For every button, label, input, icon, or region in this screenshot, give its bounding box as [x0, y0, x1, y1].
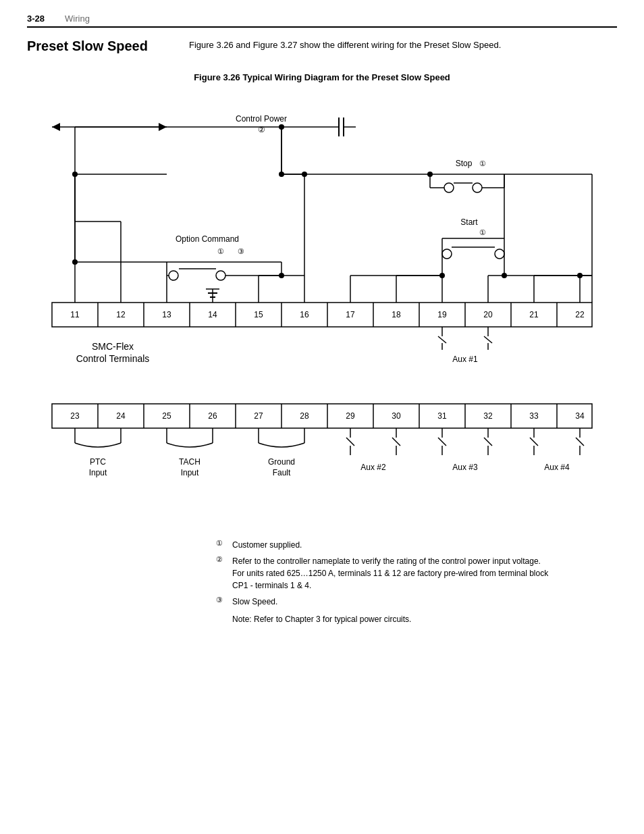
svg-text:19: 19 — [437, 310, 447, 319]
svg-line-165 — [438, 438, 446, 446]
footnote-3: ③ Slow Speed. — [216, 596, 617, 608]
svg-text:①: ① — [479, 159, 486, 167]
footnote-2: ② Refer to the controller nameplate to v… — [216, 555, 617, 592]
svg-point-112 — [427, 172, 433, 177]
svg-text:①: ① — [479, 228, 486, 236]
svg-point-83 — [442, 249, 452, 259]
svg-text:21: 21 — [529, 310, 539, 319]
svg-text:25: 25 — [162, 411, 171, 421]
svg-text:Ground: Ground — [268, 457, 295, 467]
figure-title: Figure 3.26 Typical Wiring Diagram for t… — [27, 72, 617, 82]
svg-text:Aux #2: Aux #2 — [360, 463, 386, 472]
footnote-1-text: Customer supplied. — [232, 539, 302, 551]
svg-text:Aux #1: Aux #1 — [452, 355, 478, 364]
svg-point-61 — [169, 271, 178, 280]
bottom-terminal-diagram: 23 24 25 26 27 28 29 30 31 32 33 34 PTC … — [32, 384, 612, 532]
svg-point-106 — [577, 273, 583, 278]
svg-text:20: 20 — [483, 310, 493, 319]
svg-text:SMC-Flex: SMC-Flex — [92, 341, 134, 352]
svg-text:26: 26 — [208, 411, 217, 421]
svg-text:11: 11 — [70, 310, 80, 319]
svg-text:TACH: TACH — [179, 457, 200, 467]
svg-text:16: 16 — [300, 310, 309, 319]
svg-text:Aux #3: Aux #3 — [452, 463, 478, 472]
svg-text:①: ① — [217, 247, 224, 255]
svg-text:15: 15 — [254, 310, 263, 319]
svg-text:34: 34 — [575, 411, 585, 421]
svg-text:Option Command: Option Command — [176, 234, 239, 244]
svg-text:③: ③ — [238, 247, 244, 255]
svg-text:30: 30 — [392, 411, 401, 421]
svg-text:23: 23 — [70, 411, 80, 421]
section-intro: Preset Slow Speed Figure 3.26 and Figure… — [27, 38, 617, 66]
svg-line-30 — [484, 336, 492, 343]
intro-text: Figure 3.26 and Figure 3.27 show the dif… — [189, 38, 617, 52]
svg-point-52 — [473, 183, 482, 192]
svg-text:29: 29 — [346, 411, 355, 421]
section-title: Preset Slow Speed — [27, 38, 176, 54]
page-header: 3-28 Wiring — [27, 14, 617, 28]
svg-text:Stop: Stop — [456, 159, 473, 168]
svg-line-166 — [484, 438, 492, 446]
svg-text:Control Terminals: Control Terminals — [76, 353, 150, 364]
footnote-1: ① Customer supplied. — [216, 539, 617, 551]
svg-text:24: 24 — [116, 411, 126, 421]
svg-text:14: 14 — [208, 310, 217, 319]
top-terminal-block: 11 12 13 14 15 16 17 18 19 20 21 22 — [52, 303, 592, 327]
svg-text:31: 31 — [437, 411, 447, 421]
footnote-3-num: ③ — [216, 596, 232, 604]
svg-text:Fault: Fault — [273, 468, 291, 477]
svg-text:28: 28 — [300, 411, 309, 421]
svg-marker-34 — [52, 123, 60, 131]
svg-text:Aux #4: Aux #4 — [544, 463, 570, 472]
svg-line-172 — [530, 438, 538, 446]
svg-text:33: 33 — [529, 411, 539, 421]
svg-text:32: 32 — [483, 411, 493, 421]
svg-line-159 — [392, 438, 400, 446]
svg-text:②: ② — [258, 125, 265, 134]
section-label: Wiring — [65, 14, 90, 24]
footnote-1-num: ① — [216, 539, 232, 548]
svg-text:Start: Start — [460, 217, 478, 227]
svg-text:Control Power: Control Power — [236, 114, 287, 124]
svg-line-173 — [576, 438, 584, 446]
svg-text:22: 22 — [575, 310, 585, 319]
svg-point-64 — [216, 271, 225, 280]
svg-text:18: 18 — [392, 310, 401, 319]
wiring-diagram: 11 12 13 14 15 16 17 18 19 20 21 22 SMC-… — [32, 93, 612, 377]
footnote-2-num: ② — [216, 555, 232, 564]
svg-text:Input: Input — [89, 468, 107, 477]
footnote-3-text: Slow Speed. — [232, 596, 277, 608]
note-text: Note: Refer to Chapter 3 for typical pow… — [232, 615, 617, 624]
svg-text:17: 17 — [346, 310, 355, 319]
svg-text:PTC: PTC — [90, 457, 106, 467]
svg-point-84 — [495, 249, 504, 259]
svg-point-50 — [444, 183, 454, 192]
svg-line-29 — [438, 336, 446, 343]
svg-text:13: 13 — [162, 310, 171, 319]
svg-line-158 — [346, 438, 354, 446]
svg-text:27: 27 — [254, 411, 263, 421]
footnote-2-text: Refer to the controller nameplate to ver… — [232, 555, 548, 592]
footnotes-section: ① Customer supplied. ② Refer to the cont… — [216, 539, 617, 624]
svg-text:12: 12 — [116, 310, 126, 319]
svg-text:Input: Input — [181, 468, 199, 477]
page-number: 3-28 — [27, 14, 45, 24]
